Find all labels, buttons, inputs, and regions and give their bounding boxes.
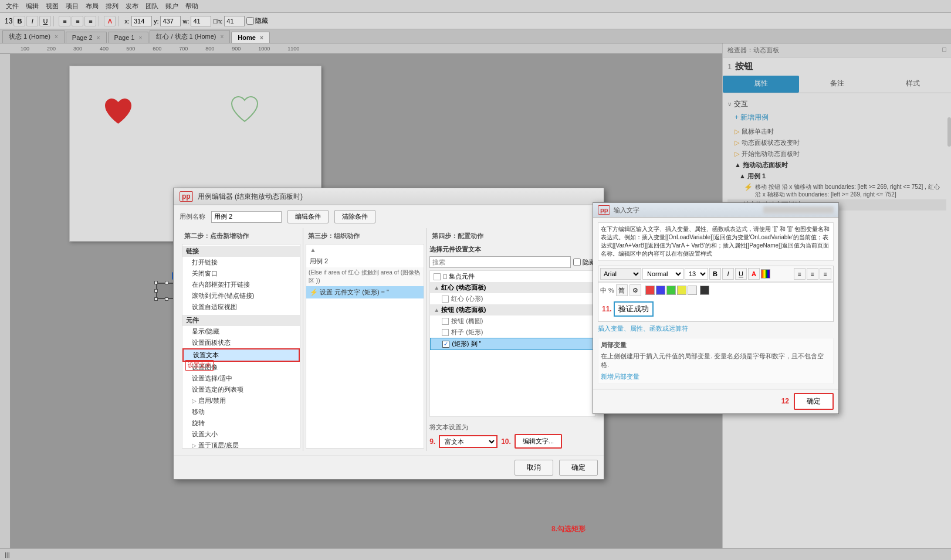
input-dialog-footer: 12 确定	[593, 389, 838, 413]
text-editor: Arial Normal 13 B I U A ≡ ≡	[598, 266, 834, 322]
action-open-frame[interactable]: 在内部框架打开链接	[182, 279, 300, 290]
action-set-size[interactable]: 设置大小	[182, 429, 300, 440]
color-controls: A	[748, 268, 770, 280]
text-type-label: 将文本设置为	[429, 423, 468, 432]
dialog-body: 用例名称 编辑条件 清除条件 第二步：点击新增动作 链接 打开链接 关闭窗口 在…	[174, 205, 604, 456]
new-var-link[interactable]: 新增局部变量	[601, 373, 639, 380]
dialog-title: 用例编辑器 (结束拖放动态面板时)	[198, 192, 303, 202]
action-set-selection[interactable]: 设置选择/适中	[182, 373, 300, 384]
search-input[interactable]	[429, 256, 571, 268]
text-controls-row: 9. 富文本 10. 编辑文字...	[429, 434, 595, 449]
button-checkbox-row: 按钮 (椭圆)	[442, 317, 591, 325]
align-left-editor-btn[interactable]: ≡	[794, 268, 806, 280]
action-set-adaptive[interactable]: 设置自适应视图	[182, 301, 300, 313]
dialog-header-left: pp 用例编辑器 (结束拖放动态面板时)	[180, 191, 303, 202]
org-condition: (Else if area of 红心 接触到 area of (图像热区 ))	[306, 267, 424, 286]
input-text-dialog: pp 输入文字 在下方编辑区输入文字、插入变量、属性、函数或表达式，请使用 '[…	[593, 202, 839, 414]
dialog-header: pp 用例编辑器 (结束拖放动态面板时)	[174, 188, 604, 205]
action-scroll-to[interactable]: 滚动到元件(锚点链接)	[182, 290, 300, 301]
text-type-row: 将文本设置为	[429, 423, 595, 432]
simplify-btn[interactable]: 简	[616, 284, 628, 296]
swatch-red[interactable]	[645, 286, 655, 295]
col2-header: 第三步：组织动作	[306, 230, 424, 242]
swatch-green[interactable]	[666, 286, 676, 295]
editor-italic-btn[interactable]: I	[722, 268, 734, 280]
button-group-tree[interactable]: ▲ 按钮 (动态面板)	[430, 304, 595, 315]
lever-cb[interactable]	[442, 329, 449, 336]
local-vars-desc: 在上侧创建用于插入元件值的局部变量. 变量名必须是字母和数字，且不包含空格.	[601, 352, 831, 370]
action-show-hide[interactable]: 显示/隐藏	[182, 326, 300, 337]
action-set-selected[interactable]: 设置选定的列表项	[182, 384, 300, 395]
step12-label: 12	[781, 397, 789, 405]
font-size-select[interactable]: 13	[685, 268, 708, 280]
button-cb[interactable]	[442, 318, 449, 325]
blurred-title	[763, 206, 834, 213]
component-group: 元件 显示/隐藏 设置面板状态 设置文本 7. 设置文本 设置图像	[182, 314, 300, 449]
red-heart-item[interactable]: 红心 (心形)	[430, 293, 595, 304]
action-rotate[interactable]: 旋转	[182, 418, 300, 429]
action-close-window[interactable]: 关闭窗口	[182, 268, 300, 279]
step11-label: 11.	[602, 305, 612, 313]
lever-checkbox-row: 杆子 (矩形)	[442, 328, 591, 337]
action-open-link[interactable]: 打开链接	[182, 257, 300, 268]
component-group-header[interactable]: 元件	[182, 315, 300, 326]
input-dialog-logo: pp	[598, 205, 610, 215]
font-family-select[interactable]: Arial	[600, 268, 641, 280]
swatch-yellow[interactable]	[677, 286, 686, 295]
color-swatches	[645, 286, 697, 295]
edit-condition-btn[interactable]: 编辑条件	[287, 210, 329, 223]
text-type-section: 将文本设置为 9. 富文本 10. 编辑文字...	[429, 420, 595, 449]
edit-text-btn[interactable]: 编辑文字...	[515, 434, 562, 449]
org-triangle[interactable]: ▲	[306, 245, 424, 255]
actions-list: 链接 打开链接 关闭窗口 在内部框架打开链接 滚动到元件(锚点链接) 设置自适应…	[182, 244, 300, 449]
focus-item[interactable]: □ 集点元件	[430, 271, 595, 282]
action-move[interactable]: 移动	[182, 406, 300, 418]
dialog-ok-btn[interactable]: 确定	[559, 460, 598, 476]
text-type-select[interactable]: 富文本	[439, 435, 498, 448]
step7-text: 设置文本	[185, 360, 214, 371]
actions-column: 第二步：点击新增动作 链接 打开链接 关闭窗口 在内部框架打开链接 滚动到元件(…	[180, 228, 303, 451]
swatch-white[interactable]	[688, 286, 697, 295]
font-style-select[interactable]: Normal	[642, 268, 683, 280]
organized-column: 第三步：组织动作 ▲ 用例 2 (Else if area of 红心 接触到 …	[303, 228, 427, 451]
hide-cb[interactable]	[573, 256, 581, 268]
white-heart-item-selected[interactable]: ✓ (矩形) 到 "	[430, 338, 595, 350]
action-layer[interactable]: ▷ 置于顶层/底层	[182, 440, 300, 449]
action-enable-disable[interactable]: ▷ 启用/禁用	[182, 395, 300, 406]
input-dialog-header: pp 输入文字	[593, 203, 838, 218]
dialog-cancel-btn[interactable]: 取消	[515, 460, 553, 476]
case-name-label: 用例名称	[180, 212, 205, 221]
editor-underline-btn[interactable]: U	[735, 268, 747, 280]
input-dialog-title: 输入文字	[614, 206, 639, 215]
insert-variable-link[interactable]: 插入变量、属性、函数或运算符	[598, 325, 688, 332]
align-right-editor-btn[interactable]: ≡	[820, 268, 831, 280]
red-heart-group[interactable]: ▲ 红心 (动态面板)	[430, 282, 595, 293]
case-name-input[interactable]	[211, 211, 282, 223]
white-heart-cb[interactable]: ✓	[442, 341, 449, 348]
lever-item[interactable]: 杆子 (矩形)	[430, 327, 595, 338]
red-heart-cb[interactable]	[442, 296, 449, 303]
editor-toolbar2: 中 % 简 ⚙	[598, 282, 833, 298]
action-set-panel-state[interactable]: 设置面板状态	[182, 337, 300, 348]
dialog-columns: 第二步：点击新增动作 链接 打开链接 关闭窗口 在内部框架打开链接 滚动到元件(…	[180, 228, 598, 451]
align-center-editor-btn[interactable]: ≡	[807, 268, 818, 280]
editor-toolbar: Arial Normal 13 B I U A ≡ ≡	[598, 266, 833, 282]
text-content[interactable]: 11. 验证成功	[598, 298, 833, 321]
settings-btn[interactable]: ⚙	[630, 284, 641, 296]
organized-list: ▲ 用例 2 (Else if area of 红心 接触到 area of (…	[306, 244, 424, 449]
col3-header: 第四步：配置动作	[429, 230, 595, 242]
config-search-row: 隐藏	[429, 256, 595, 268]
swatch-dark[interactable]	[700, 286, 709, 295]
clear-condition-btn[interactable]: 清除条件	[334, 210, 375, 223]
link-group-header[interactable]: 链接	[182, 246, 300, 257]
color-A-btn[interactable]: A	[748, 268, 760, 280]
focus-cb[interactable]	[434, 273, 441, 280]
org-action-selected[interactable]: ⚡ 设置 元件文字 (矩形) = "	[306, 286, 424, 298]
org-case-name: 用例 2	[306, 255, 424, 267]
swatch-blue[interactable]	[656, 286, 665, 295]
button-item[interactable]: 按钮 (椭圆)	[430, 315, 595, 327]
step8-annotation: 8.勾选矩形	[551, 524, 586, 534]
input-ok-btn[interactable]: 确定	[794, 393, 834, 410]
editor-bold-btn[interactable]: B	[709, 268, 721, 280]
color-picker-btn[interactable]	[761, 269, 770, 279]
